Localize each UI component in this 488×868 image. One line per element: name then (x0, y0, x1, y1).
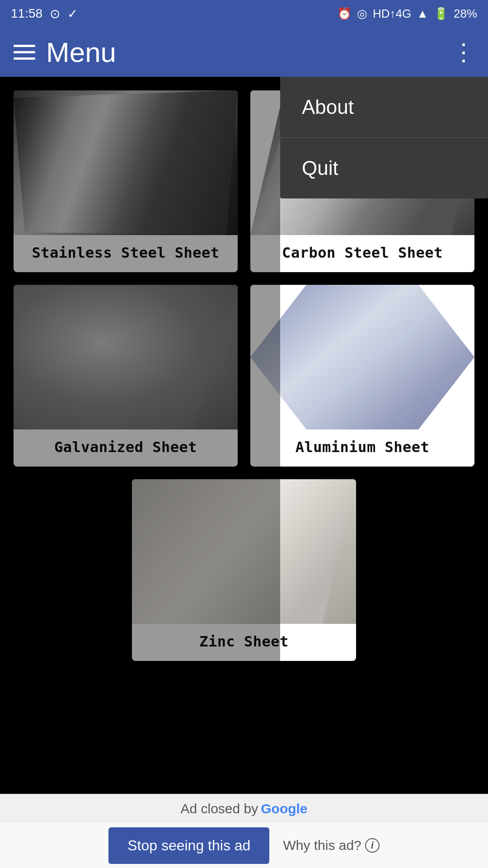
ad-closed-bar: Ad closed by Google (0, 794, 488, 823)
info-icon: i (365, 838, 380, 853)
toolbar-title: Menu (46, 36, 116, 68)
signal-icon: ▲ (417, 7, 428, 21)
dropdown-menu: About Quit (280, 77, 488, 198)
ad-actions-bar: Stop seeing this ad Why this ad? i (0, 823, 488, 868)
status-right: ⏰ ◎ HD↑4G ▲ 🔋 28% (337, 7, 477, 21)
ad-banner: Ad closed by Google Stop seeing this ad … (0, 794, 488, 868)
time-display: 11:58 (11, 6, 42, 21)
radio-icon: ◎ (357, 7, 367, 21)
why-ad-link[interactable]: Why this ad? i (283, 838, 379, 853)
grid-item-aluminium[interactable]: Aluminium Sheet (250, 285, 474, 467)
aluminium-label: Aluminium Sheet (250, 429, 474, 467)
whatsapp-icon: ⊙ (50, 6, 60, 21)
hamburger-menu-button[interactable] (14, 45, 35, 60)
stop-seeing-ad-button[interactable]: Stop seeing this ad (108, 827, 269, 864)
check-icon: ✓ (67, 6, 78, 21)
network-indicator: HD↑4G (373, 7, 411, 21)
google-brand-text: Google (261, 801, 307, 816)
why-ad-label: Why this ad? (283, 838, 361, 853)
dropdown-overlay (0, 77, 280, 868)
status-left: 11:58 ⊙ ✓ (11, 6, 78, 21)
menu-item-about[interactable]: About (280, 77, 488, 138)
battery-icon: 🔋 (434, 7, 448, 21)
alarm-icon: ⏰ (337, 7, 352, 21)
ad-closed-text: Ad closed by (180, 801, 258, 816)
status-bar: 11:58 ⊙ ✓ ⏰ ◎ HD↑4G ▲ 🔋 28% (0, 0, 488, 27)
carbon-label: Carbon Steel Sheet (250, 235, 474, 272)
battery-percentage: 28% (454, 7, 477, 21)
more-options-button[interactable]: ⋮ (452, 40, 474, 64)
app-toolbar: Menu ⋮ (0, 27, 488, 77)
menu-item-quit[interactable]: Quit (280, 138, 488, 198)
